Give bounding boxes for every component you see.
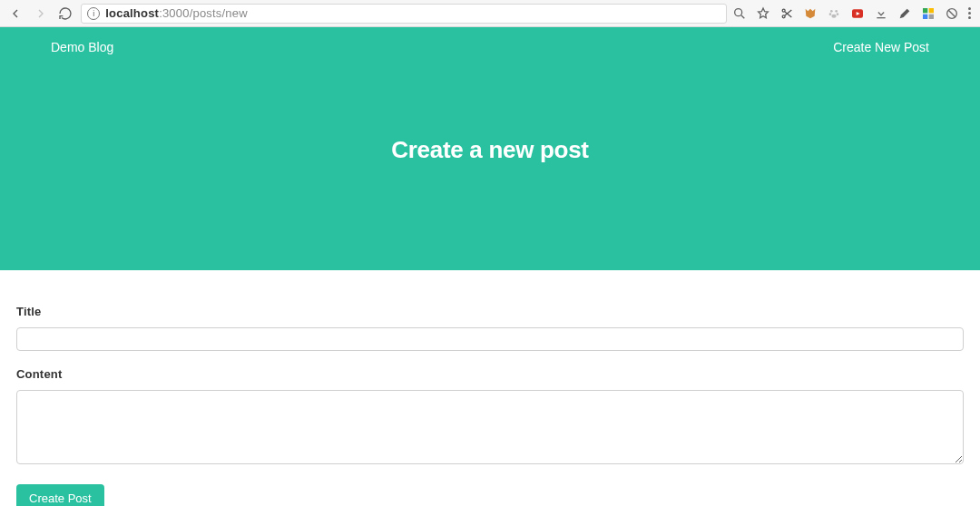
- browser-menu-button[interactable]: [968, 7, 971, 19]
- site-nav: Demo Blog Create New Post: [0, 27, 980, 54]
- download-icon[interactable]: [874, 6, 888, 21]
- toolbar-right: [732, 6, 975, 21]
- create-post-button[interactable]: Create Post: [16, 484, 104, 506]
- back-button[interactable]: [5, 4, 25, 24]
- extension-youtube-icon[interactable]: [850, 6, 865, 21]
- brand-link[interactable]: Demo Blog: [51, 40, 113, 54]
- extension-pencil-icon[interactable]: [897, 6, 912, 21]
- svg-point-5: [829, 13, 832, 15]
- svg-rect-12: [923, 14, 927, 18]
- bookmark-star-icon[interactable]: [756, 6, 770, 21]
- site-info-icon[interactable]: i: [87, 7, 100, 20]
- page-title: Create a new post: [391, 136, 588, 164]
- extension-scissors-icon[interactable]: [779, 6, 794, 21]
- content-textarea[interactable]: [16, 390, 964, 464]
- browser-toolbar: i localhost:3000/posts/new: [0, 0, 980, 27]
- svg-rect-13: [929, 14, 934, 18]
- svg-rect-9: [877, 17, 885, 18]
- svg-point-6: [837, 13, 839, 15]
- extension-paw-icon[interactable]: [827, 6, 841, 21]
- new-post-form: Title Content Create Post: [0, 270, 980, 506]
- title-label: Title: [16, 305, 964, 318]
- svg-point-4: [835, 10, 838, 13]
- title-input[interactable]: [16, 327, 964, 351]
- forward-button[interactable]: [31, 4, 51, 24]
- extension-grid-icon[interactable]: [921, 6, 936, 21]
- url-bar[interactable]: i localhost:3000/posts/new: [81, 4, 727, 24]
- svg-point-3: [830, 10, 833, 13]
- url-text: localhost:3000/posts/new: [105, 6, 248, 20]
- page-hero: Demo Blog Create New Post Create a new p…: [0, 27, 980, 270]
- svg-rect-10: [923, 8, 927, 13]
- extension-fox-icon[interactable]: [803, 6, 818, 21]
- create-post-link[interactable]: Create New Post: [833, 40, 929, 54]
- reload-button[interactable]: [56, 4, 76, 24]
- zoom-icon[interactable]: [732, 6, 747, 21]
- svg-point-0: [735, 8, 742, 15]
- svg-point-7: [831, 14, 836, 17]
- svg-point-1: [782, 15, 785, 17]
- svg-point-2: [782, 9, 785, 12]
- content-label: Content: [16, 367, 964, 381]
- extension-block-icon[interactable]: [945, 6, 959, 21]
- svg-rect-11: [929, 8, 934, 13]
